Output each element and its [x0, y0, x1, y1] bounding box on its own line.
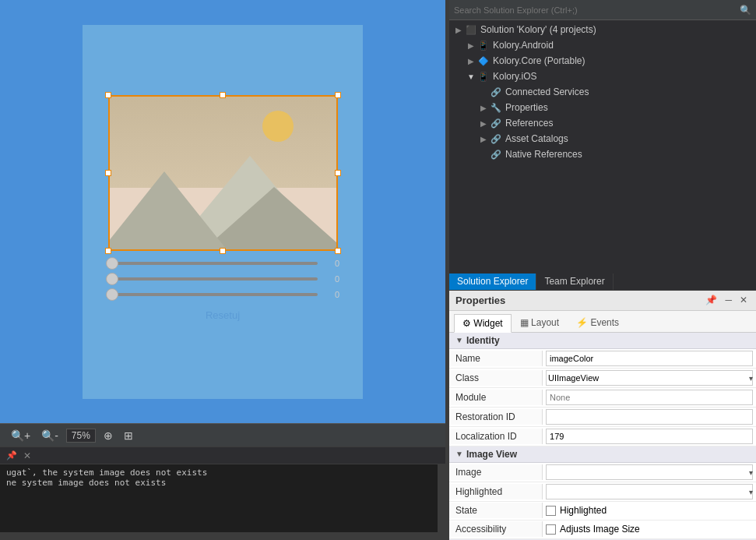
prop-value-module	[543, 388, 756, 407]
handle-bl[interactable]	[105, 248, 111, 254]
tree-item-asset-catalogs[interactable]: ▶ 🔗 Asset Catalogs	[449, 131, 756, 146]
canvas-inner: 0 0 0 Resetuj	[83, 25, 363, 399]
references-icon: 🔗	[490, 117, 502, 129]
handle-br[interactable]	[335, 248, 341, 254]
tree-item-references[interactable]: ▶ 🔗 References	[449, 115, 756, 131]
prop-label-restoration-id: Restoration ID	[449, 409, 543, 425]
slider-track-1[interactable]	[106, 262, 318, 265]
zoom-full-button[interactable]: ⊞	[121, 428, 136, 443]
tree-item-solution[interactable]: ▶ ⬛ Solution 'Kolory' (4 projects)	[449, 22, 756, 37]
highlighted-checkbox-label: Highlighted	[560, 505, 607, 516]
close-props-button[interactable]: ✕	[737, 294, 750, 306]
prop-row-class: Class UIImageView	[449, 369, 756, 388]
prop-row-restoration-id: Restoration ID	[449, 408, 756, 427]
prop-value-restoration-id	[543, 408, 756, 426]
output-panel: 📌 ✕ ugat`, the system image does not exi…	[0, 446, 445, 540]
handle-tr[interactable]	[335, 92, 341, 98]
tree-item-core[interactable]: ▶ 🔷 Kolory.Core (Portable)	[449, 53, 756, 69]
accessibility-checkbox-row: Adjusts Image Size	[546, 524, 640, 535]
slider-row-2: 0	[106, 274, 339, 284]
tree-item-properties[interactable]: ▶ 🔧 Properties	[449, 100, 756, 115]
close-output-button[interactable]: ✕	[23, 450, 31, 461]
zoom-fit-button[interactable]: ⊕	[100, 428, 116, 443]
image-view-widget[interactable]	[108, 95, 338, 251]
reset-button[interactable]: Resetuj	[106, 309, 339, 321]
tab-widget[interactable]: ⚙ Widget	[454, 314, 512, 333]
slider-thumb-3[interactable]	[106, 288, 118, 301]
highlighted-checkbox[interactable]	[546, 506, 556, 516]
prop-label-module: Module	[449, 390, 543, 405]
image-view-section-header[interactable]: ▼ Image View	[449, 446, 756, 463]
tree-arrow-properties: ▶	[477, 104, 490, 112]
minimize-button[interactable]: ─	[723, 294, 734, 306]
ios-icon: 📱	[477, 70, 490, 83]
image-view-arrow: ▼	[455, 450, 463, 458]
prop-label-class: Class	[449, 370, 543, 386]
handle-tl[interactable]	[105, 92, 111, 98]
solution-search-bar: 🔍	[449, 0, 756, 20]
tree-label-references: References	[505, 118, 553, 129]
prop-value-localization-id	[543, 427, 756, 446]
handle-tm[interactable]	[220, 92, 226, 98]
prop-input-name[interactable]	[546, 351, 753, 366]
tree-label-asset-catalogs: Asset Catalogs	[505, 133, 568, 144]
adjusts-checkbox[interactable]	[546, 524, 556, 535]
prop-select-highlighted[interactable]	[546, 484, 753, 499]
slider-row-3: 0	[106, 290, 339, 299]
slider-track-3[interactable]	[106, 293, 318, 296]
prop-row-module: Module	[449, 388, 756, 408]
slider-thumb-2[interactable]	[106, 273, 118, 285]
slider-track-2[interactable]	[106, 277, 318, 281]
handle-mr[interactable]	[335, 170, 341, 176]
zoom-in-button[interactable]: 🔍+	[8, 428, 33, 443]
slider-value-3: 0	[324, 290, 339, 299]
slider-thumb-1[interactable]	[106, 257, 118, 270]
props-tabs: ⚙ Widget ▦ Layout ⚡ Events	[449, 311, 756, 333]
prop-value-image	[543, 463, 756, 482]
handle-bm[interactable]	[220, 248, 226, 254]
tab-events-label: Events	[590, 317, 619, 328]
properties-icon: 🔧	[490, 101, 502, 114]
tree-item-ios[interactable]: ▼ 📱 Kolory.iOS	[449, 69, 756, 84]
tree-item-native-references[interactable]: 🔗 Native References	[449, 146, 756, 162]
search-icon[interactable]: 🔍	[740, 5, 751, 16]
handle-ml[interactable]	[105, 170, 111, 176]
prop-label-name: Name	[449, 351, 543, 366]
tree-arrow-core: ▶	[465, 57, 477, 65]
properties-panel: Properties 📌 ─ ✕ ⚙ Widget ▦ Layout ⚡	[449, 291, 756, 541]
output-line-1: ugat`, the system image does not exists	[6, 468, 431, 478]
prop-input-restoration-id[interactable]	[546, 409, 753, 425]
tab-layout[interactable]: ▦ Layout	[512, 313, 568, 332]
prop-value-name	[543, 349, 756, 368]
zoom-bar: 🔍+ 🔍- 75% ⊕ ⊞	[0, 423, 445, 446]
zoom-value[interactable]: 75%	[66, 429, 96, 443]
prop-input-module[interactable]	[546, 390, 753, 405]
output-scrollbar[interactable]	[438, 464, 445, 532]
prop-select-image[interactable]	[546, 464, 753, 480]
android-icon: 📱	[477, 39, 490, 51]
image-placeholder	[108, 95, 338, 251]
layout-icon: ▦	[520, 317, 531, 328]
props-content: ▼ Identity Name Class UIImageView	[449, 333, 756, 541]
tree-item-android[interactable]: ▶ 📱 Kolory.Android	[449, 37, 756, 53]
tab-team-explorer[interactable]: Team Explorer	[536, 274, 613, 290]
tree-arrow-asset-catalogs: ▶	[477, 135, 490, 143]
solution-search-input[interactable]	[454, 5, 737, 15]
tree-label-core: Kolory.Core (Portable)	[493, 55, 585, 66]
tab-solution-explorer[interactable]: Solution Explorer	[449, 274, 536, 290]
zoom-out-button[interactable]: 🔍-	[38, 428, 62, 443]
identity-label: Identity	[466, 335, 500, 346]
identity-section-header[interactable]: ▼ Identity	[449, 333, 756, 349]
prop-value-state: Highlighted	[543, 503, 756, 517]
props-title: Properties	[455, 295, 703, 306]
pin-button[interactable]: 📌	[703, 294, 719, 306]
prop-select-class[interactable]: UIImageView	[546, 370, 753, 386]
tree-arrow-solution: ▶	[452, 26, 465, 34]
prop-input-localization-id[interactable]	[546, 429, 753, 444]
tree-label-connected: Connected Services	[505, 86, 589, 97]
tree-arrow-references: ▶	[477, 119, 490, 128]
tab-events[interactable]: ⚡ Events	[568, 313, 628, 332]
output-hscrollbar[interactable]	[0, 532, 445, 540]
prop-row-localization-id: Localization ID	[449, 427, 756, 446]
tree-item-connected[interactable]: 🔗 Connected Services	[449, 84, 756, 100]
